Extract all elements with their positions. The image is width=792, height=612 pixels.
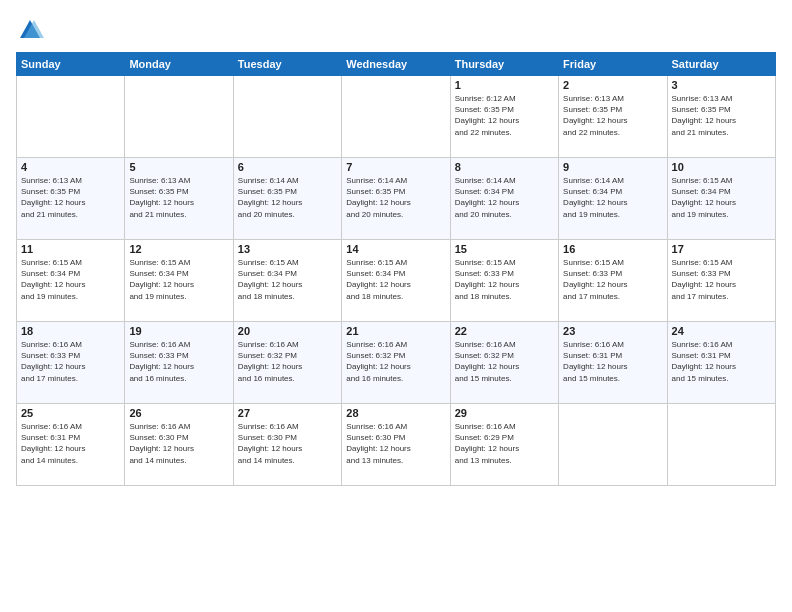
calendar-cell: 8Sunrise: 6:14 AM Sunset: 6:34 PM Daylig…	[450, 158, 558, 240]
day-number: 16	[563, 243, 662, 255]
calendar-week-1: 1Sunrise: 6:12 AM Sunset: 6:35 PM Daylig…	[17, 76, 776, 158]
calendar-header-sunday: Sunday	[17, 53, 125, 76]
calendar-cell: 7Sunrise: 6:14 AM Sunset: 6:35 PM Daylig…	[342, 158, 450, 240]
cell-info: Sunrise: 6:15 AM Sunset: 6:34 PM Dayligh…	[21, 257, 120, 302]
cell-info: Sunrise: 6:16 AM Sunset: 6:31 PM Dayligh…	[672, 339, 771, 384]
day-number: 19	[129, 325, 228, 337]
cell-info: Sunrise: 6:13 AM Sunset: 6:35 PM Dayligh…	[672, 93, 771, 138]
logo	[16, 16, 48, 44]
cell-info: Sunrise: 6:15 AM Sunset: 6:34 PM Dayligh…	[346, 257, 445, 302]
page: SundayMondayTuesdayWednesdayThursdayFrid…	[0, 0, 792, 612]
cell-info: Sunrise: 6:14 AM Sunset: 6:35 PM Dayligh…	[346, 175, 445, 220]
calendar-cell: 27Sunrise: 6:16 AM Sunset: 6:30 PM Dayli…	[233, 404, 341, 486]
day-number: 4	[21, 161, 120, 173]
day-number: 9	[563, 161, 662, 173]
day-number: 22	[455, 325, 554, 337]
calendar-header-row: SundayMondayTuesdayWednesdayThursdayFrid…	[17, 53, 776, 76]
calendar-header-saturday: Saturday	[667, 53, 775, 76]
day-number: 28	[346, 407, 445, 419]
cell-info: Sunrise: 6:16 AM Sunset: 6:30 PM Dayligh…	[346, 421, 445, 466]
day-number: 15	[455, 243, 554, 255]
header	[16, 16, 776, 44]
calendar-cell	[233, 76, 341, 158]
calendar-cell: 25Sunrise: 6:16 AM Sunset: 6:31 PM Dayli…	[17, 404, 125, 486]
calendar-cell: 1Sunrise: 6:12 AM Sunset: 6:35 PM Daylig…	[450, 76, 558, 158]
day-number: 7	[346, 161, 445, 173]
cell-info: Sunrise: 6:16 AM Sunset: 6:33 PM Dayligh…	[21, 339, 120, 384]
cell-info: Sunrise: 6:13 AM Sunset: 6:35 PM Dayligh…	[21, 175, 120, 220]
logo-icon	[16, 16, 44, 44]
cell-info: Sunrise: 6:14 AM Sunset: 6:34 PM Dayligh…	[563, 175, 662, 220]
day-number: 11	[21, 243, 120, 255]
calendar-cell: 4Sunrise: 6:13 AM Sunset: 6:35 PM Daylig…	[17, 158, 125, 240]
calendar-cell: 18Sunrise: 6:16 AM Sunset: 6:33 PM Dayli…	[17, 322, 125, 404]
cell-info: Sunrise: 6:15 AM Sunset: 6:34 PM Dayligh…	[672, 175, 771, 220]
calendar-cell: 12Sunrise: 6:15 AM Sunset: 6:34 PM Dayli…	[125, 240, 233, 322]
cell-info: Sunrise: 6:14 AM Sunset: 6:34 PM Dayligh…	[455, 175, 554, 220]
calendar: SundayMondayTuesdayWednesdayThursdayFrid…	[16, 52, 776, 486]
day-number: 17	[672, 243, 771, 255]
day-number: 24	[672, 325, 771, 337]
cell-info: Sunrise: 6:13 AM Sunset: 6:35 PM Dayligh…	[563, 93, 662, 138]
calendar-cell: 17Sunrise: 6:15 AM Sunset: 6:33 PM Dayli…	[667, 240, 775, 322]
calendar-cell: 9Sunrise: 6:14 AM Sunset: 6:34 PM Daylig…	[559, 158, 667, 240]
calendar-cell: 3Sunrise: 6:13 AM Sunset: 6:35 PM Daylig…	[667, 76, 775, 158]
calendar-header-friday: Friday	[559, 53, 667, 76]
cell-info: Sunrise: 6:16 AM Sunset: 6:31 PM Dayligh…	[563, 339, 662, 384]
calendar-cell: 5Sunrise: 6:13 AM Sunset: 6:35 PM Daylig…	[125, 158, 233, 240]
day-number: 18	[21, 325, 120, 337]
day-number: 14	[346, 243, 445, 255]
calendar-cell	[559, 404, 667, 486]
cell-info: Sunrise: 6:16 AM Sunset: 6:33 PM Dayligh…	[129, 339, 228, 384]
day-number: 3	[672, 79, 771, 91]
cell-info: Sunrise: 6:13 AM Sunset: 6:35 PM Dayligh…	[129, 175, 228, 220]
day-number: 23	[563, 325, 662, 337]
day-number: 5	[129, 161, 228, 173]
calendar-cell: 20Sunrise: 6:16 AM Sunset: 6:32 PM Dayli…	[233, 322, 341, 404]
cell-info: Sunrise: 6:16 AM Sunset: 6:30 PM Dayligh…	[238, 421, 337, 466]
calendar-cell: 28Sunrise: 6:16 AM Sunset: 6:30 PM Dayli…	[342, 404, 450, 486]
calendar-week-4: 18Sunrise: 6:16 AM Sunset: 6:33 PM Dayli…	[17, 322, 776, 404]
calendar-week-2: 4Sunrise: 6:13 AM Sunset: 6:35 PM Daylig…	[17, 158, 776, 240]
calendar-cell	[667, 404, 775, 486]
day-number: 20	[238, 325, 337, 337]
day-number: 10	[672, 161, 771, 173]
day-number: 29	[455, 407, 554, 419]
calendar-cell: 10Sunrise: 6:15 AM Sunset: 6:34 PM Dayli…	[667, 158, 775, 240]
day-number: 26	[129, 407, 228, 419]
day-number: 21	[346, 325, 445, 337]
day-number: 6	[238, 161, 337, 173]
cell-info: Sunrise: 6:16 AM Sunset: 6:32 PM Dayligh…	[238, 339, 337, 384]
calendar-cell: 11Sunrise: 6:15 AM Sunset: 6:34 PM Dayli…	[17, 240, 125, 322]
day-number: 8	[455, 161, 554, 173]
calendar-cell: 15Sunrise: 6:15 AM Sunset: 6:33 PM Dayli…	[450, 240, 558, 322]
calendar-cell: 13Sunrise: 6:15 AM Sunset: 6:34 PM Dayli…	[233, 240, 341, 322]
calendar-cell: 2Sunrise: 6:13 AM Sunset: 6:35 PM Daylig…	[559, 76, 667, 158]
cell-info: Sunrise: 6:16 AM Sunset: 6:31 PM Dayligh…	[21, 421, 120, 466]
calendar-cell: 21Sunrise: 6:16 AM Sunset: 6:32 PM Dayli…	[342, 322, 450, 404]
calendar-cell: 26Sunrise: 6:16 AM Sunset: 6:30 PM Dayli…	[125, 404, 233, 486]
calendar-cell: 22Sunrise: 6:16 AM Sunset: 6:32 PM Dayli…	[450, 322, 558, 404]
calendar-cell	[17, 76, 125, 158]
cell-info: Sunrise: 6:15 AM Sunset: 6:33 PM Dayligh…	[672, 257, 771, 302]
calendar-cell: 14Sunrise: 6:15 AM Sunset: 6:34 PM Dayli…	[342, 240, 450, 322]
cell-info: Sunrise: 6:16 AM Sunset: 6:32 PM Dayligh…	[455, 339, 554, 384]
day-number: 1	[455, 79, 554, 91]
calendar-cell: 23Sunrise: 6:16 AM Sunset: 6:31 PM Dayli…	[559, 322, 667, 404]
cell-info: Sunrise: 6:14 AM Sunset: 6:35 PM Dayligh…	[238, 175, 337, 220]
day-number: 13	[238, 243, 337, 255]
cell-info: Sunrise: 6:15 AM Sunset: 6:33 PM Dayligh…	[455, 257, 554, 302]
cell-info: Sunrise: 6:15 AM Sunset: 6:34 PM Dayligh…	[238, 257, 337, 302]
calendar-header-wednesday: Wednesday	[342, 53, 450, 76]
cell-info: Sunrise: 6:16 AM Sunset: 6:30 PM Dayligh…	[129, 421, 228, 466]
cell-info: Sunrise: 6:15 AM Sunset: 6:34 PM Dayligh…	[129, 257, 228, 302]
cell-info: Sunrise: 6:15 AM Sunset: 6:33 PM Dayligh…	[563, 257, 662, 302]
day-number: 27	[238, 407, 337, 419]
day-number: 12	[129, 243, 228, 255]
calendar-header-thursday: Thursday	[450, 53, 558, 76]
day-number: 2	[563, 79, 662, 91]
calendar-cell	[342, 76, 450, 158]
calendar-cell: 29Sunrise: 6:16 AM Sunset: 6:29 PM Dayli…	[450, 404, 558, 486]
calendar-header-tuesday: Tuesday	[233, 53, 341, 76]
calendar-cell: 19Sunrise: 6:16 AM Sunset: 6:33 PM Dayli…	[125, 322, 233, 404]
